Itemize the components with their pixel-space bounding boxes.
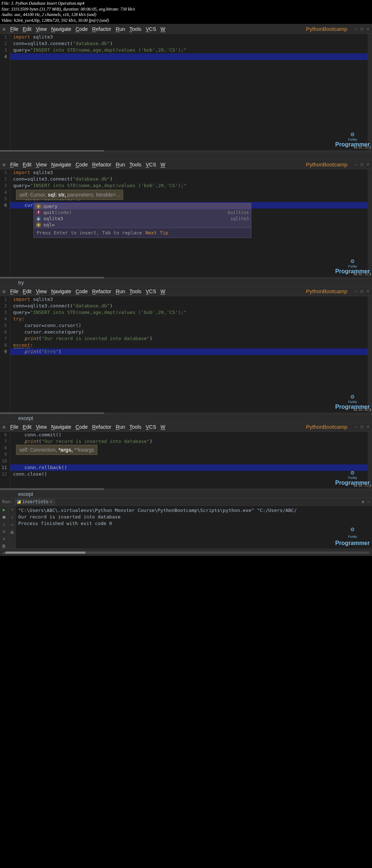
run-tab[interactable]: insertinto× — [14, 498, 55, 505]
code-line[interactable]: query="INSERT into STD(name,age,dept)val… — [10, 182, 368, 189]
menu-file[interactable]: File — [8, 162, 21, 167]
main-menu-icon[interactable]: ≡ — [0, 287, 8, 296]
hide-icon[interactable]: — — [367, 499, 370, 504]
menu-refactor[interactable]: Refactor — [90, 26, 114, 32]
menu-file[interactable]: File — [8, 424, 21, 430]
menu-vcs[interactable]: VCS — [143, 288, 158, 294]
editor-right-gutter[interactable] — [368, 432, 372, 488]
code-line[interactable]: query="INSERT into STD(name,age,dept)val… — [10, 309, 368, 316]
maximize-icon[interactable]: □ — [361, 289, 363, 294]
menu-edit[interactable]: Edit — [21, 26, 34, 32]
menu-navigate[interactable]: Navigate — [49, 288, 73, 294]
horizontal-scrollbar[interactable] — [0, 150, 372, 152]
minimize-icon[interactable]: — — [355, 162, 357, 167]
line-number[interactable]: 9 — [0, 348, 7, 355]
line-number[interactable]: 4 — [0, 189, 7, 195]
menu-code[interactable]: Code — [73, 424, 90, 430]
menu-w[interactable]: W — [158, 424, 167, 430]
menu-navigate[interactable]: Navigate — [49, 26, 73, 32]
line-number[interactable]: 7 — [0, 335, 7, 342]
line-number[interactable]: 12 — [0, 471, 7, 477]
menu-code[interactable]: Code — [73, 162, 90, 167]
stop-icon[interactable]: ■ — [3, 514, 5, 520]
close-icon[interactable]: × — [367, 424, 369, 429]
rerun-icon[interactable]: ▶ — [3, 507, 5, 512]
code-editor[interactable]: conn.commit() print("Our record is inser… — [10, 432, 368, 488]
main-menu-icon[interactable]: ≡ — [0, 422, 8, 432]
code-line[interactable] — [10, 53, 368, 60]
minimize-icon[interactable]: — — [355, 27, 357, 31]
autocomplete-item[interactable]: vquery — [34, 203, 251, 209]
export-icon[interactable]: ⇱ — [3, 536, 5, 541]
line-number[interactable]: 10 — [0, 458, 7, 464]
maximize-icon[interactable]: □ — [361, 27, 363, 31]
menu-tools[interactable]: Tools — [127, 162, 143, 167]
code-line[interactable]: import sqlite3 — [10, 169, 368, 176]
close-icon[interactable]: × — [367, 162, 369, 167]
menu-view[interactable]: View — [34, 288, 49, 294]
line-number[interactable]: 1 — [0, 296, 7, 303]
menu-code[interactable]: Code — [73, 26, 90, 32]
line-gutter[interactable]: 123456789 — [0, 296, 10, 412]
menu-vcs[interactable]: VCS — [143, 162, 158, 167]
menu-tools[interactable]: Tools — [127, 288, 143, 294]
code-editor[interactable]: import sqlite3conn=sqlite3.connect("data… — [10, 34, 368, 150]
line-number[interactable]: 4 — [0, 316, 7, 322]
main-menu-icon[interactable]: ≡ — [0, 24, 8, 34]
line-number[interactable]: 2 — [0, 303, 7, 309]
minimize-icon[interactable]: — — [355, 289, 357, 294]
line-number[interactable]: 6 — [0, 202, 7, 209]
maximize-icon[interactable]: □ — [361, 424, 363, 429]
minimize-icon[interactable]: — — [355, 424, 357, 429]
line-number[interactable]: 2 — [0, 176, 7, 182]
menu-file[interactable]: File — [8, 26, 21, 32]
horizontal-scrollbar[interactable] — [0, 277, 372, 278]
code-line[interactable]: print("Our record is inserted into datab… — [10, 438, 368, 445]
scrollbar-thumb[interactable] — [0, 488, 104, 490]
line-number[interactable]: 5 — [0, 195, 7, 202]
menu-run[interactable]: Run — [114, 26, 128, 32]
line-number[interactable]: 5 — [0, 322, 7, 329]
next-tip-link[interactable]: Next Tip — [146, 230, 169, 236]
code-line[interactable]: conn=sqlite3.connect("database.db") — [10, 40, 368, 47]
menu-navigate[interactable]: Navigate — [49, 424, 73, 430]
code-line[interactable]: conn.rollback() — [10, 464, 368, 471]
breadcrumb[interactable]: try — [0, 278, 372, 286]
menu-vcs[interactable]: VCS — [143, 424, 158, 430]
code-line[interactable]: cursor=conn.cursor() — [10, 322, 368, 329]
menu-view[interactable]: View — [34, 26, 49, 32]
code-line[interactable]: import sqlite3 — [10, 296, 368, 303]
main-menu-icon[interactable]: ≡ — [0, 160, 8, 169]
menu-edit[interactable]: Edit — [21, 288, 34, 294]
line-number[interactable]: 7 — [0, 438, 7, 445]
line-number[interactable]: 6 — [0, 329, 7, 335]
menu-w[interactable]: W — [158, 288, 167, 294]
autocomplete-popup[interactable]: vqueryfquit(code)builtinspsqlite3sqlite3… — [33, 203, 251, 238]
scrollbar-thumb[interactable] — [0, 150, 104, 152]
breadcrumb[interactable] — [0, 152, 372, 160]
run-output[interactable]: "C:\Users\ABC\.virtualenvs\Python Monste… — [16, 506, 372, 549]
line-number[interactable]: 2 — [0, 40, 7, 47]
close-icon[interactable]: × — [367, 289, 369, 294]
up-arrow-icon[interactable]: ↑ — [11, 507, 13, 512]
menu-refactor[interactable]: Refactor — [90, 288, 114, 294]
breadcrumb[interactable]: except — [0, 490, 372, 498]
menu-tools[interactable]: Tools — [127, 424, 143, 430]
code-line[interactable]: try: — [10, 316, 368, 322]
menu-navigate[interactable]: Navigate — [49, 162, 73, 167]
menu-run[interactable]: Run — [114, 288, 128, 294]
autocomplete-item[interactable]: fquit(code)builtins — [34, 209, 251, 215]
editor-right-gutter[interactable] — [368, 34, 372, 150]
horizontal-scrollbar[interactable] — [0, 412, 372, 414]
line-number[interactable]: 9 — [0, 451, 7, 458]
attach-icon[interactable]: ⎋ — [3, 529, 5, 534]
line-gutter[interactable]: 123456 — [0, 169, 10, 277]
line-gutter[interactable]: 1234 — [0, 34, 10, 150]
line-number[interactable]: 11 — [0, 464, 7, 471]
line-number[interactable]: 3 — [0, 47, 7, 53]
line-gutter[interactable]: 6789101112 — [0, 432, 10, 488]
line-number[interactable]: 8 — [0, 342, 7, 348]
delete-icon[interactable]: 🗑 — [2, 544, 6, 549]
line-number[interactable]: 1 — [0, 34, 7, 40]
code-line[interactable]: import sqlite3 — [10, 34, 368, 40]
